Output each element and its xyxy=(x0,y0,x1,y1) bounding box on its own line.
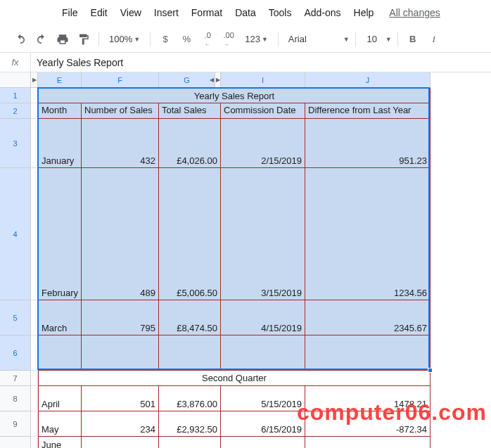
menu-addons[interactable]: Add-ons xyxy=(298,4,346,21)
more-formats-dropdown[interactable]: 123 ▼ xyxy=(241,30,272,49)
row-header-8[interactable]: 8 xyxy=(0,386,30,411)
row-header-7[interactable]: 7 xyxy=(0,371,30,386)
row-header-3[interactable]: 3 xyxy=(0,119,30,168)
menu-view[interactable]: View xyxy=(115,4,147,21)
cell[interactable] xyxy=(221,437,305,448)
cell[interactable]: June xyxy=(38,437,82,448)
cell[interactable] xyxy=(159,437,221,448)
cell[interactable] xyxy=(31,103,38,119)
cell[interactable]: March xyxy=(38,300,82,335)
undo-button[interactable] xyxy=(11,30,30,49)
font-size-dropdown-arrow[interactable]: ▼ xyxy=(385,36,392,43)
cell[interactable]: Total Sales xyxy=(159,103,221,119)
font-dropdown[interactable]: Arial xyxy=(284,30,340,49)
cell[interactable]: Second Quarter xyxy=(38,371,431,386)
cell[interactable] xyxy=(305,335,431,371)
font-dropdown-arrow[interactable]: ▼ xyxy=(343,36,350,43)
cell[interactable]: Month xyxy=(38,103,82,119)
col-header-I[interactable]: I xyxy=(221,72,305,87)
cell[interactable]: 489 xyxy=(82,168,159,300)
cell[interactable]: 5/15/2019 xyxy=(221,386,305,411)
paint-format-button[interactable] xyxy=(75,30,93,49)
fx-label: fx xyxy=(0,53,31,72)
cell[interactable] xyxy=(38,335,82,371)
col-header-E[interactable]: E xyxy=(38,72,82,87)
menu-help[interactable]: Help xyxy=(348,4,380,21)
cell[interactable]: Number of Sales xyxy=(82,103,159,119)
cell[interactable]: February xyxy=(38,168,82,300)
menu-tools[interactable]: Tools xyxy=(263,4,298,21)
format-currency-button[interactable]: $ xyxy=(156,30,174,49)
decrease-decimal-button[interactable]: .0← xyxy=(198,30,217,49)
cell[interactable] xyxy=(159,335,221,371)
column-headers: ▶EFG◀▶IJ xyxy=(31,72,431,88)
menu-edit[interactable]: Edit xyxy=(85,4,113,21)
cell[interactable] xyxy=(82,437,159,448)
cell[interactable]: £4,026.00 xyxy=(159,119,221,168)
row-header-4[interactable]: 4 xyxy=(0,168,30,300)
cell[interactable]: £8,474.50 xyxy=(159,300,221,335)
redo-button[interactable] xyxy=(32,30,51,49)
cell[interactable] xyxy=(31,335,38,371)
menu-format[interactable]: Format xyxy=(186,4,228,21)
cell[interactable]: 1478.21 xyxy=(305,386,431,411)
row-header-1[interactable]: 1 xyxy=(0,88,30,103)
italic-button[interactable]: I xyxy=(425,30,443,49)
cell[interactable]: 951.23 xyxy=(305,119,431,168)
cell[interactable]: 6/15/2019 xyxy=(221,411,305,437)
cell[interactable]: 501 xyxy=(82,386,159,411)
col-header-0[interactable]: ▶ xyxy=(31,72,38,87)
menu-file[interactable]: File xyxy=(56,4,84,21)
selection-handle[interactable] xyxy=(428,368,433,373)
menu-data[interactable]: Data xyxy=(229,4,262,21)
cell[interactable] xyxy=(31,168,38,300)
cell[interactable] xyxy=(31,300,38,335)
cell[interactable]: 3/15/2019 xyxy=(221,168,305,300)
bold-button[interactable]: B xyxy=(404,30,422,49)
cell[interactable]: 234 xyxy=(82,411,159,437)
cell[interactable]: 2/15/2019 xyxy=(221,119,305,168)
cell[interactable]: 795 xyxy=(82,300,159,335)
row-header-5[interactable]: 5 xyxy=(0,300,30,335)
cell[interactable]: May xyxy=(38,411,82,437)
cell[interactable]: 1234.56 xyxy=(305,168,431,300)
print-button[interactable] xyxy=(53,30,72,49)
cell[interactable] xyxy=(31,386,38,411)
cell[interactable] xyxy=(221,335,305,371)
all-changes-link[interactable]: All changes xyxy=(389,7,440,18)
cell[interactable]: 2345.67 xyxy=(305,300,431,335)
cell[interactable] xyxy=(31,88,38,103)
zoom-dropdown[interactable]: 100% ▼ xyxy=(105,30,144,49)
increase-decimal-button[interactable]: .00→ xyxy=(219,30,238,49)
cell[interactable] xyxy=(31,119,38,168)
cell[interactable] xyxy=(31,371,38,386)
cell[interactable]: £5,006.50 xyxy=(159,168,221,300)
cell[interactable] xyxy=(31,437,38,448)
cell[interactable]: Difference from Last Year xyxy=(305,103,431,119)
row-header-6[interactable]: 6 xyxy=(0,335,30,371)
cell[interactable]: 432 xyxy=(82,119,159,168)
cell[interactable] xyxy=(31,411,38,437)
cell[interactable]: £2,932.50 xyxy=(159,411,221,437)
col-header-4[interactable]: ▶ xyxy=(215,72,221,87)
select-all-corner[interactable] xyxy=(0,72,31,88)
cell[interactable]: -872.34 xyxy=(305,411,431,437)
col-header-G[interactable]: G◀ xyxy=(159,72,215,87)
cell[interactable]: April xyxy=(38,386,82,411)
row-header-2[interactable]: 2 xyxy=(0,103,30,119)
menu-insert[interactable]: Insert xyxy=(148,4,184,21)
format-percent-button[interactable]: % xyxy=(177,30,196,49)
formula-input[interactable]: Yearly Sales Report xyxy=(31,57,491,68)
col-header-F[interactable]: F xyxy=(82,72,159,87)
cell[interactable]: January xyxy=(38,119,82,168)
col-header-J[interactable]: J xyxy=(305,72,431,87)
cell[interactable] xyxy=(82,335,159,371)
cell[interactable] xyxy=(305,437,431,448)
cell[interactable]: Yearly Sales Report xyxy=(38,88,431,103)
font-size-dropdown[interactable]: 10 xyxy=(362,30,383,49)
cell[interactable]: Commission Date xyxy=(221,103,305,119)
row-header-9[interactable] xyxy=(0,437,30,448)
cell[interactable]: 4/15/2019 xyxy=(221,300,305,335)
cell[interactable]: £3,876.00 xyxy=(159,386,221,411)
row-header-9[interactable]: 9 xyxy=(0,411,30,437)
